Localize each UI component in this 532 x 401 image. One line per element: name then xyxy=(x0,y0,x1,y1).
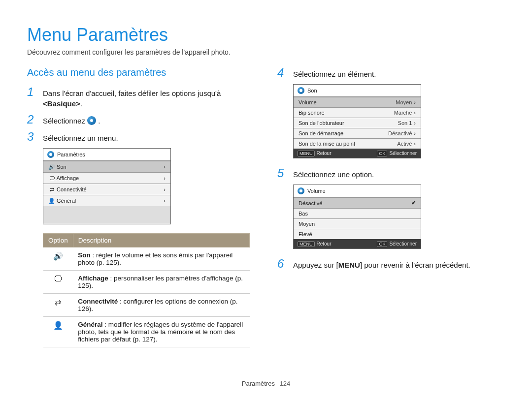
menu-key-label: MENU xyxy=(338,261,360,269)
menu-key-icon: MENU xyxy=(298,151,315,156)
menu-value: Marche xyxy=(394,110,412,116)
menu-value: Désactivé xyxy=(388,130,412,136)
footer-left: Retour xyxy=(317,151,332,156)
options-table: Option Description 🔊 Son : régler le vol… xyxy=(43,233,250,347)
menu-label: Bip sonore xyxy=(299,110,325,116)
page-footer: Paramètres 124 xyxy=(0,380,532,387)
step-text: Sélectionnez xyxy=(43,117,87,125)
menu-row: Son de démarrage Désactivé › xyxy=(294,128,421,138)
menu-label: Général xyxy=(57,198,76,204)
section-heading: Accès au menu des paramètres xyxy=(27,67,255,78)
step-6: 6 Appuyez sur [MENU] pour revenir à l'éc… xyxy=(277,258,505,270)
settings-round-icon xyxy=(298,87,304,94)
table-head-option: Option xyxy=(43,234,73,247)
step-text: ] pour revenir à l'écran précédent. xyxy=(360,261,470,269)
menu-label: Son de la mise au point xyxy=(299,141,355,147)
footer-left: Retour xyxy=(317,241,332,247)
step-number: 3 xyxy=(27,131,37,143)
footer-right: Sélectionner xyxy=(389,241,417,247)
chevron-right-icon: › xyxy=(414,110,416,116)
checkmark-icon: ✔ xyxy=(411,200,416,206)
screenshot-volume-menu: Volume Désactivé ✔ Bas Moyen Elevé MENUR… xyxy=(293,185,421,249)
menu-row: Moyen xyxy=(294,218,421,229)
table-row: 👤 Général : modifier les réglages du sys… xyxy=(43,317,250,347)
menu-row: 👤 Général › xyxy=(43,195,170,206)
step-number: 4 xyxy=(277,67,287,79)
menu-label: Connectivité xyxy=(57,186,87,192)
screenshot-title: Volume xyxy=(307,188,326,194)
step-number: 1 xyxy=(27,86,37,109)
sound-icon: 🔊 xyxy=(48,163,55,170)
page-title: Menu Paramètres xyxy=(27,25,505,45)
option-title: Général xyxy=(78,321,102,328)
footer-label: Paramètres xyxy=(242,380,275,387)
footer-right: Sélectionner xyxy=(389,151,417,156)
settings-round-icon xyxy=(47,151,54,158)
menu-label: Bas xyxy=(299,211,308,216)
menu-value: Activé xyxy=(397,141,412,147)
chevron-right-icon: › xyxy=(414,130,416,136)
step-number: 2 xyxy=(27,114,37,126)
step-text: Sélectionnez une option. xyxy=(293,167,505,180)
option-text: : régler le volume et les sons émis par … xyxy=(78,251,233,266)
step-text: Sélectionnez un élément. xyxy=(293,67,505,79)
chevron-right-icon: › xyxy=(164,186,166,192)
chevron-right-icon: › xyxy=(414,120,416,126)
chevron-right-icon: › xyxy=(414,141,416,147)
table-row: 🖵 Affichage : personnaliser les paramètr… xyxy=(43,271,250,294)
screenshot-footer: MENURetour OKSélectionner xyxy=(294,149,421,158)
display-icon: 🖵 xyxy=(48,175,55,182)
menu-label: Son de démarrage xyxy=(299,130,343,136)
screenshot-title: Son xyxy=(307,88,317,93)
chevron-right-icon: › xyxy=(164,164,166,170)
step-text: Sélectionnez un menu. xyxy=(43,131,255,143)
option-title: Affichage xyxy=(78,275,108,282)
general-icon: 👤 xyxy=(53,321,63,330)
step-3: 3 Sélectionnez un menu. xyxy=(27,131,255,143)
option-text: : modifier les réglages du système de l'… xyxy=(78,321,243,343)
step-text-bold: <Basique> xyxy=(43,99,80,108)
page-subtitle: Découvrez comment configurer les paramèt… xyxy=(27,48,505,56)
chevron-right-icon: › xyxy=(164,175,166,181)
step-text: Appuyez sur [ xyxy=(293,261,338,269)
menu-row: Désactivé ✔ xyxy=(294,197,421,208)
step-5: 5 Sélectionnez une option. xyxy=(277,167,505,180)
step-2: 2 Sélectionnez . xyxy=(27,114,255,126)
screenshot-settings-menu: Paramètres 🔊 Son › 🖵 Affichage › ⇄ Conne… xyxy=(43,148,171,224)
option-title: Connectivité xyxy=(78,298,118,305)
table-head-desc: Description xyxy=(73,234,249,247)
table-row: 🔊 Son : régler le volume et les sons émi… xyxy=(43,247,250,271)
menu-row: Bas xyxy=(294,208,421,218)
screenshot-title: Paramètres xyxy=(57,152,85,157)
connectivity-icon: ⇄ xyxy=(48,186,55,193)
menu-label: Désactivé xyxy=(299,200,322,206)
menu-label: Volume xyxy=(299,99,317,105)
menu-row: Volume Moyen › xyxy=(294,97,421,107)
menu-value: Son 1 xyxy=(398,120,412,126)
step-4: 4 Sélectionnez un élément. xyxy=(277,67,505,79)
ok-key-icon: OK xyxy=(377,151,387,156)
menu-label: Son xyxy=(57,164,66,170)
menu-key-icon: MENU xyxy=(298,241,315,247)
step-text: Dans l'écran d'accueil, faites défiler l… xyxy=(43,89,221,97)
menu-label: Moyen xyxy=(299,221,315,227)
option-title: Son xyxy=(78,251,91,259)
step-number: 5 xyxy=(277,167,287,180)
menu-row: ⇄ Connectivité › xyxy=(43,184,170,195)
menu-row: Bip sonore Marche › xyxy=(294,107,421,118)
menu-label: Elevé xyxy=(299,231,312,237)
chevron-right-icon: › xyxy=(164,198,166,204)
table-row: ⇄ Connectivité : configurer les options … xyxy=(43,294,250,317)
sound-icon: 🔊 xyxy=(53,252,63,260)
menu-row: Son de l'obturateur Son 1 › xyxy=(294,118,421,128)
chevron-right-icon: › xyxy=(414,99,416,105)
step-number: 6 xyxy=(277,258,287,270)
connectivity-icon: ⇄ xyxy=(55,298,61,307)
menu-label: Son de l'obturateur xyxy=(299,120,344,126)
menu-label: Affichage xyxy=(56,175,79,181)
settings-round-icon xyxy=(298,187,304,194)
screenshot-footer: MENURetour OKSélectionner xyxy=(294,239,421,248)
menu-row: 🔊 Son › xyxy=(43,161,170,172)
menu-value: Moyen xyxy=(396,99,412,105)
display-icon: 🖵 xyxy=(54,275,62,283)
